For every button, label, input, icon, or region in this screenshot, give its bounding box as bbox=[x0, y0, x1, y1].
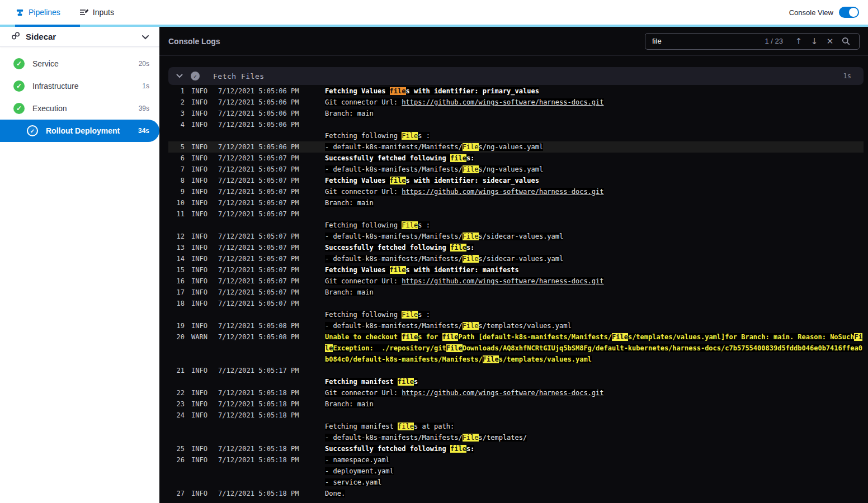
step-label: Rollout Deployment bbox=[46, 126, 120, 135]
log-timestamp: 7/12/2021 5:05:07 PM bbox=[218, 197, 300, 208]
log-link[interactable]: https://github.com/wings-software/harnes… bbox=[402, 277, 603, 285]
search-match-highlight: file bbox=[402, 333, 418, 341]
log-level: INFO bbox=[191, 231, 211, 242]
clear-search-button[interactable]: ✕ bbox=[822, 34, 838, 49]
log-timestamp: 7/12/2021 5:05:07 PM bbox=[218, 186, 300, 197]
log-row: 19INFO7/12/2021 5:05:08 PM- default-k8s-… bbox=[168, 320, 864, 331]
console-view-toggle[interactable] bbox=[839, 7, 859, 18]
log-row: Fetching manifest files at path: bbox=[168, 421, 864, 432]
log-message: Fetching manifest files bbox=[325, 376, 864, 387]
log-timestamp: 7/12/2021 5:05:07 PM bbox=[218, 253, 300, 264]
log-row: 24INFO7/12/2021 5:05:18 PM bbox=[168, 410, 864, 421]
step-label: Infrastructure bbox=[32, 82, 78, 91]
sidebar-title: Sidecar bbox=[26, 32, 56, 41]
log-level: INFO bbox=[191, 443, 211, 454]
log-level: INFO bbox=[191, 242, 211, 253]
pipelines-icon bbox=[16, 8, 24, 17]
log-section-fetch-files: ✓ Fetch Files 1s 1INFO7/12/2021 5:05:06 … bbox=[168, 67, 864, 503]
tab-inputs[interactable]: Inputs bbox=[79, 8, 114, 17]
log-row: 27INFO7/12/2021 5:05:18 PMDone. bbox=[168, 488, 864, 499]
step-label: Execution bbox=[32, 104, 67, 113]
line-number: 23 bbox=[173, 398, 185, 410]
console-panel: Console Logs file 1 / 23 ↑ ↓ ✕ bbox=[159, 27, 868, 503]
log-group-title: Fetch Files bbox=[213, 72, 265, 80]
log-timestamp: 7/12/2021 5:05:18 PM bbox=[218, 443, 300, 454]
step-duration: 39s bbox=[139, 105, 149, 112]
log-message: Branch: main bbox=[325, 287, 864, 298]
log-timestamp: 7/12/2021 5:05:06 PM bbox=[218, 119, 300, 130]
log-row: Fetching manifest files bbox=[168, 376, 864, 387]
search-match-counter: 1 / 23 bbox=[765, 37, 783, 45]
log-lines: 1INFO7/12/2021 5:05:06 PMFetching Values… bbox=[168, 85, 864, 499]
console-view-label: Console View bbox=[789, 8, 833, 17]
line-number: 16 bbox=[173, 276, 185, 287]
log-message: - default-k8s-manifests/Manifests/Files/… bbox=[325, 320, 864, 331]
log-message: - default-k8s-manifests/Manifests/Files/… bbox=[325, 432, 864, 443]
log-message: Git connector Url: https://github.com/wi… bbox=[325, 186, 864, 197]
log-timestamp: 7/12/2021 5:05:18 PM bbox=[218, 398, 300, 410]
log-message: Fetching Values files with identifier: p… bbox=[325, 86, 864, 97]
log-timestamp: 7/12/2021 5:05:07 PM bbox=[218, 231, 300, 242]
log-row: 9INFO7/12/2021 5:05:07 PMGit connector U… bbox=[168, 186, 864, 197]
log-timestamp: 7/12/2021 5:05:07 PM bbox=[218, 264, 300, 276]
log-row: Fetching following Files : bbox=[168, 220, 864, 231]
log-link[interactable]: https://github.com/wings-software/harnes… bbox=[402, 98, 603, 106]
search-match-highlight: file bbox=[398, 378, 414, 386]
search-match-highlight: file bbox=[450, 154, 466, 162]
line-number: 24 bbox=[173, 410, 185, 421]
search-match-highlight: File bbox=[612, 333, 628, 341]
log-level: INFO bbox=[191, 320, 211, 331]
log-message: Git connector Url: https://github.com/wi… bbox=[325, 97, 864, 108]
search-input[interactable]: file bbox=[652, 37, 765, 45]
log-timestamp: 7/12/2021 5:05:18 PM bbox=[218, 410, 300, 421]
line-number: 14 bbox=[173, 253, 185, 264]
search-match-highlight: file bbox=[390, 266, 406, 274]
log-level: INFO bbox=[191, 208, 211, 220]
next-match-button[interactable]: ↓ bbox=[806, 34, 822, 49]
search-match-highlight: File bbox=[463, 165, 479, 173]
log-search-box[interactable]: file 1 / 23 ↑ ↓ ✕ bbox=[645, 33, 860, 50]
log-group-header[interactable]: ✓ Fetch Files 1s bbox=[168, 67, 864, 85]
sidebar-item-infrastructure[interactable]: ✓ Infrastructure 1s bbox=[0, 75, 159, 97]
log-row: 23INFO7/12/2021 5:05:18 PMBranch: main bbox=[168, 398, 864, 410]
success-check-icon: ✓ bbox=[13, 58, 25, 69]
top-bar: Pipelines Inputs Console View bbox=[0, 0, 868, 25]
log-row: 3INFO7/12/2021 5:05:06 PMBranch: main bbox=[168, 108, 864, 119]
log-message: Fetching following Files : bbox=[325, 220, 864, 231]
log-row: Fetching following Files : bbox=[168, 309, 864, 320]
log-level: INFO bbox=[191, 164, 211, 175]
tab-inputs-label: Inputs bbox=[93, 8, 114, 17]
collapse-chevron-icon[interactable] bbox=[176, 74, 183, 78]
log-row: 1INFO7/12/2021 5:05:06 PMFetching Values… bbox=[168, 86, 864, 97]
line-number: 26 bbox=[173, 454, 185, 466]
success-check-icon: ✓ bbox=[13, 80, 25, 92]
log-link[interactable]: https://github.com/wings-software/harnes… bbox=[402, 188, 603, 196]
log-level: INFO bbox=[191, 276, 211, 287]
tab-pipelines[interactable]: Pipelines bbox=[16, 8, 60, 17]
log-message: Unable to checkout files for filePath [d… bbox=[325, 331, 864, 365]
log-row: 6INFO7/12/2021 5:05:07 PMSuccessfully fe… bbox=[168, 153, 864, 164]
sidebar-item-rollout-deployment[interactable]: ✓ Rollout Deployment 34s bbox=[0, 120, 159, 142]
line-number: 4 bbox=[173, 119, 185, 130]
sidebar-item-service[interactable]: ✓ Service 20s bbox=[0, 53, 159, 75]
log-level: INFO bbox=[191, 97, 211, 108]
step-duration: 1s bbox=[142, 82, 149, 90]
search-match-highlight: File bbox=[463, 434, 479, 442]
log-message: - default-k8s-manifests/Manifests/Files/… bbox=[325, 253, 864, 264]
step-success-icon: ✓ bbox=[191, 72, 200, 80]
sidebar-header-sidecar[interactable]: Sidecar bbox=[0, 27, 159, 47]
log-level: INFO bbox=[191, 264, 211, 276]
search-icon[interactable] bbox=[838, 34, 853, 49]
tab-pipelines-label: Pipelines bbox=[29, 8, 60, 17]
chevron-down-icon[interactable] bbox=[141, 32, 149, 42]
line-number: 25 bbox=[173, 443, 185, 454]
step-duration: 20s bbox=[139, 60, 149, 68]
log-link[interactable]: https://github.com/wings-software/harnes… bbox=[402, 389, 603, 397]
log-message: Fetching following Files : bbox=[325, 130, 864, 141]
previous-match-button[interactable]: ↑ bbox=[791, 34, 806, 49]
line-number: 19 bbox=[173, 320, 185, 331]
log-row: 18INFO7/12/2021 5:05:07 PM bbox=[168, 298, 864, 309]
sidebar-item-execution[interactable]: ✓ Execution 39s bbox=[0, 97, 159, 120]
log-level: INFO bbox=[191, 410, 211, 421]
log-row: 16INFO7/12/2021 5:05:07 PMGit connector … bbox=[168, 276, 864, 287]
